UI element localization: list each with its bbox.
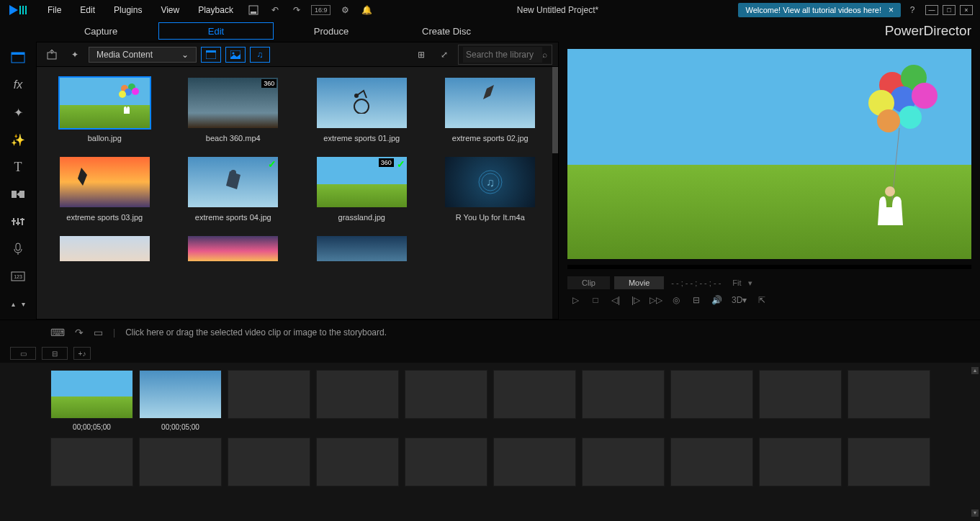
media-filter-dropdown[interactable]: Media Content ⌄ bbox=[89, 47, 197, 63]
thumbnail[interactable] bbox=[445, 78, 535, 128]
help-icon[interactable]: ? bbox=[905, 3, 920, 17]
storyboard-thumbnail[interactable] bbox=[405, 438, 487, 486]
storyboard-cell[interactable] bbox=[228, 438, 310, 486]
fx-room-icon[interactable]: fx bbox=[8, 76, 28, 94]
preview-canvas[interactable] bbox=[567, 49, 971, 259]
redo-icon[interactable]: ↷ bbox=[289, 3, 304, 17]
preview-tab-clip[interactable]: Clip bbox=[567, 276, 610, 289]
tab-produce[interactable]: Produce bbox=[274, 22, 389, 40]
storyboard-view-icon[interactable]: ⊟ bbox=[42, 347, 68, 360]
preview-tab-movie[interactable]: Movie bbox=[614, 276, 664, 289]
particle-room-icon[interactable]: ✨ bbox=[8, 131, 28, 148]
filter-all-icon[interactable] bbox=[201, 47, 221, 63]
add-music-icon[interactable]: +♪ bbox=[73, 347, 91, 360]
title-room-icon[interactable]: T bbox=[8, 158, 28, 176]
save-icon[interactable] bbox=[246, 3, 261, 17]
collapse-up-icon[interactable]: ▴ bbox=[9, 295, 17, 312]
media-item[interactable]: ✓ extreme sports 04.jpg bbox=[173, 157, 295, 222]
next-frame-icon[interactable]: |▷ bbox=[628, 294, 644, 307]
settings-icon[interactable]: ⚙ bbox=[338, 3, 352, 17]
import-icon[interactable] bbox=[42, 46, 61, 63]
storyboard-cell[interactable] bbox=[228, 370, 310, 432]
media-item[interactable] bbox=[44, 236, 166, 261]
audio-mixing-icon[interactable] bbox=[8, 213, 28, 230]
storyboard-thumbnail[interactable] bbox=[493, 438, 576, 486]
filter-image-icon[interactable] bbox=[225, 47, 246, 63]
filter-audio-icon[interactable]: ♫ bbox=[250, 47, 270, 63]
menu-file[interactable]: File bbox=[39, 2, 70, 18]
keyboard-icon[interactable]: ⌨ bbox=[50, 327, 65, 338]
storyboard-thumbnail[interactable] bbox=[139, 370, 222, 419]
transition-room-icon[interactable] bbox=[8, 186, 28, 203]
storyboard-cell[interactable] bbox=[759, 370, 842, 432]
storyboard-thumbnail[interactable] bbox=[316, 438, 399, 486]
aspect-ratio-selector[interactable]: 16:9 bbox=[311, 5, 331, 15]
storyboard-thumbnail[interactable] bbox=[316, 370, 399, 419]
storyboard-cell[interactable] bbox=[848, 438, 930, 486]
collapse-down-icon[interactable]: ▾ bbox=[19, 295, 27, 312]
storyboard-thumbnail[interactable] bbox=[228, 370, 310, 419]
storyboard-thumbnail[interactable] bbox=[582, 438, 665, 486]
volume-icon[interactable]: 🔊 bbox=[709, 294, 724, 307]
close-button[interactable]: × bbox=[960, 5, 973, 15]
play-icon[interactable]: ▷ bbox=[567, 294, 583, 307]
thumbnail[interactable] bbox=[188, 236, 278, 261]
snapshot-icon[interactable]: ◎ bbox=[668, 294, 684, 307]
storyboard-thumbnail[interactable] bbox=[848, 370, 930, 419]
search-icon[interactable]: ⌕ bbox=[542, 50, 547, 60]
storyboard-cell[interactable] bbox=[493, 370, 576, 432]
thumbnail[interactable]: ♫ bbox=[445, 157, 535, 207]
voiceover-icon[interactable] bbox=[8, 240, 28, 258]
thumbnail[interactable]: 360 bbox=[188, 78, 278, 128]
tab-capture[interactable]: Capture bbox=[43, 22, 158, 40]
media-item[interactable]: extreme sports 01.jpg bbox=[301, 78, 423, 142]
storyboard-cell[interactable] bbox=[848, 370, 930, 432]
storyboard-cell[interactable] bbox=[670, 438, 753, 486]
storyboard-thumbnail[interactable] bbox=[50, 370, 133, 419]
welcome-banner[interactable]: Welcome! View all tutorial videos here! … bbox=[738, 3, 901, 17]
storyboard-thumbnail[interactable] bbox=[405, 370, 487, 419]
thumbnail[interactable] bbox=[317, 78, 407, 128]
close-icon[interactable]: × bbox=[889, 5, 894, 15]
media-item[interactable]: ♫ R You Up for It.m4a bbox=[430, 157, 552, 222]
storyboard-thumbnail[interactable] bbox=[50, 438, 133, 486]
maximize-button[interactable]: □ bbox=[943, 5, 956, 15]
storyboard-cell[interactable] bbox=[582, 438, 665, 486]
menu-plugins[interactable]: Plugins bbox=[105, 2, 150, 18]
notification-icon[interactable]: 🔔 bbox=[359, 3, 374, 17]
storyboard-cell[interactable]: 00;00;05;00 bbox=[50, 370, 133, 432]
search-input[interactable] bbox=[463, 47, 542, 63]
fit-dropdown[interactable]: Fit ▾ bbox=[732, 278, 752, 288]
3d-toggle[interactable]: 3D ▾ bbox=[729, 294, 750, 307]
storyboard-cell[interactable]: 00;00;05;00 bbox=[139, 370, 222, 432]
thumbnail[interactable]: ✓ bbox=[188, 157, 278, 207]
loop-icon[interactable]: ⊟ bbox=[688, 294, 704, 307]
grid-view-icon[interactable]: ⊞ bbox=[412, 46, 431, 63]
media-item[interactable]: extreme sports 03.jpg bbox=[44, 157, 166, 222]
media-item[interactable]: extreme sports 02.jpg bbox=[430, 78, 552, 142]
storyboard-cell[interactable] bbox=[50, 438, 133, 486]
storyboard-scrollbar[interactable]: ▴ ▾ bbox=[971, 367, 979, 517]
scroll-up-icon[interactable]: ▴ bbox=[971, 367, 979, 374]
thumbnail[interactable] bbox=[60, 157, 150, 207]
thumbnail[interactable] bbox=[317, 236, 407, 261]
timeline-view-icon[interactable]: ▭ bbox=[10, 347, 36, 360]
storyboard-thumbnail[interactable] bbox=[848, 438, 930, 486]
menu-playback[interactable]: Playback bbox=[189, 2, 242, 18]
chapter-room-icon[interactable]: 123 bbox=[8, 268, 28, 285]
media-item[interactable] bbox=[173, 236, 295, 261]
storyboard-cell[interactable] bbox=[405, 370, 487, 432]
scroll-down-icon[interactable]: ▾ bbox=[971, 509, 979, 517]
thumbnail[interactable] bbox=[60, 78, 150, 128]
media-item[interactable]: ballon.jpg bbox=[44, 78, 166, 142]
storyboard-thumbnail[interactable] bbox=[493, 370, 576, 419]
media-room-icon[interactable] bbox=[8, 49, 28, 66]
storyboard-thumbnail[interactable] bbox=[139, 438, 222, 486]
media-item[interactable]: 360 ✓ grassland.jpg bbox=[301, 157, 423, 222]
storyboard-cell[interactable] bbox=[582, 370, 665, 432]
storyboard-thumbnail[interactable] bbox=[670, 370, 753, 419]
storyboard-thumbnail[interactable] bbox=[670, 438, 753, 486]
tab-create-disc[interactable]: Create Disc bbox=[389, 22, 504, 40]
storyboard-cell[interactable] bbox=[139, 438, 222, 486]
tab-edit[interactable]: Edit bbox=[158, 22, 274, 40]
